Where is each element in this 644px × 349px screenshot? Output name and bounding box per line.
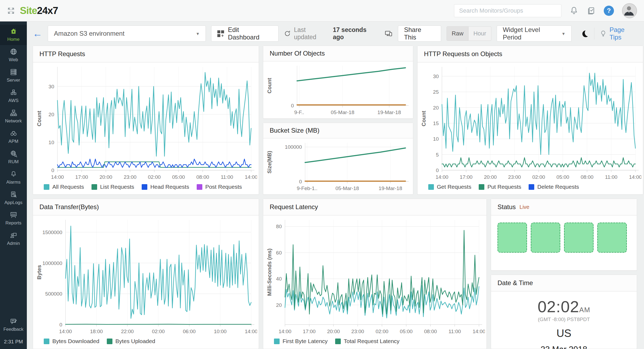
dashboard-toolbar: ← Amazon S3 environment ▼ + Edit Dashboa…: [27, 21, 644, 46]
legend-item[interactable]: Post Requests: [197, 184, 242, 190]
sidebar-label: Home: [7, 37, 19, 42]
header-actions: ?: [454, 3, 637, 18]
sidebar-label: APM: [9, 139, 19, 144]
search-input[interactable]: [454, 4, 561, 17]
sidebar-item-applogs[interactable]: AppLogs: [0, 188, 27, 208]
panel-title: HTTP Requests: [33, 46, 259, 63]
hour-toggle[interactable]: Hour: [469, 27, 491, 41]
svg-text:20:00: 20:00: [484, 174, 497, 180]
sidebar-item-web[interactable]: Web: [0, 45, 27, 66]
sidebar-item-network[interactable]: Network: [0, 106, 27, 127]
svg-text:23:00: 23:00: [351, 329, 364, 334]
legend-swatch-icon: [44, 339, 49, 344]
network-icon: [10, 109, 17, 117]
legend-swatch-icon: [44, 184, 49, 190]
svg-text:500000: 500000: [45, 291, 62, 297]
user-avatar[interactable]: [622, 3, 637, 18]
sidebar-item-rum[interactable]: RUM: [0, 147, 27, 168]
legend-item[interactable]: Bytes Downloaded: [44, 338, 99, 344]
edit-dashboard-button[interactable]: + Edit Dashboard: [211, 26, 278, 42]
clock-meridiem: AM: [579, 306, 590, 314]
panel-title: Status Live: [491, 199, 637, 216]
legend-item[interactable]: Bytes Uploaded: [107, 338, 155, 344]
legend-item[interactable]: Get Requests: [428, 184, 471, 190]
status-box[interactable]: [564, 223, 594, 253]
sidebar-item-aws[interactable]: AWS: [0, 86, 27, 106]
sidebar-item-server[interactable]: Server: [0, 66, 27, 86]
sidebar-item-apm[interactable]: APM: [0, 127, 27, 147]
alarms-icon: [10, 170, 17, 178]
refresh-icon[interactable]: [284, 30, 291, 37]
widget-level-period-dropdown[interactable]: Widget Level Period ▼: [497, 26, 572, 42]
devices-icon[interactable]: [385, 30, 393, 38]
sidebar-item-reports[interactable]: Reports: [0, 208, 27, 229]
legend-item[interactable]: All Requests: [44, 184, 84, 190]
date-time-widget: 02:02AM (GMT -8:00) PST8PDT US 23 Mar 20…: [491, 292, 637, 349]
svg-text:Milli-Seconds (ms): Milli-Seconds (ms): [266, 249, 272, 296]
sidebar-item-admin[interactable]: Admin: [0, 229, 27, 249]
sidebar-item-feedback[interactable]: Feedback: [0, 315, 27, 335]
legend-swatch-icon: [92, 184, 97, 190]
share-this-button[interactable]: Share This: [398, 26, 441, 42]
legend-item[interactable]: Total Request Latency: [335, 338, 400, 344]
panel-title: Date & Time: [491, 275, 637, 292]
status-box[interactable]: [597, 223, 627, 253]
svg-text:9-Feb-1..: 9-Feb-1..: [297, 186, 317, 191]
sidebar-label: Reports: [5, 220, 21, 226]
legend-swatch-icon: [335, 339, 341, 344]
dark-mode-moon-icon[interactable]: [581, 30, 589, 38]
sidebar-label: AppLogs: [4, 200, 22, 205]
edit-grid-icon: +: [217, 30, 224, 37]
avatar-silhouette-icon: [623, 4, 635, 17]
svg-text:11:00: 11:00: [449, 329, 461, 334]
legend-item[interactable]: List Requests: [92, 184, 134, 190]
bell-icon[interactable]: [569, 6, 579, 15]
svg-text:17:00: 17:00: [75, 174, 88, 180]
legend-swatch-icon: [529, 184, 534, 190]
panel-date-time: Date & Time 02:02AM (GMT -8:00) PST8PDT …: [491, 275, 637, 349]
svg-text:20:00: 20:00: [327, 329, 340, 334]
svg-text:60: 60: [276, 250, 282, 256]
sidebar-clock: 2:31 PM: [0, 339, 27, 345]
chevron-down-icon: ▼: [196, 31, 200, 36]
legend-label: Post Requests: [205, 184, 242, 190]
svg-text:0: 0: [436, 168, 439, 173]
sidebar-label: Network: [5, 118, 22, 124]
request-latency-legend: First Byte LatencyTotal Request Latency: [263, 336, 486, 344]
site24x7-dashboard: Site24x7 ?: [0, 0, 644, 349]
dashboard-selector[interactable]: Amazon S3 environment ▼: [48, 26, 206, 42]
svg-text:15: 15: [433, 121, 439, 126]
svg-text:17:00: 17:00: [303, 329, 316, 334]
legend-item[interactable]: Head Requests: [142, 184, 189, 190]
svg-text:02:00: 02:00: [152, 329, 165, 334]
back-arrow-icon[interactable]: ←: [33, 29, 42, 38]
dashboard-selector-value: Amazon S3 environment: [54, 30, 125, 37]
legend-label: Delete Requests: [537, 184, 579, 190]
svg-text:10:00: 10:00: [214, 329, 227, 334]
status-box[interactable]: [497, 223, 527, 253]
legend-swatch-icon: [479, 184, 484, 190]
svg-text:25: 25: [433, 89, 439, 95]
legend-label: Bytes Uploaded: [115, 338, 155, 344]
help-icon[interactable]: ?: [604, 6, 614, 16]
legend-item[interactable]: Put Requests: [479, 184, 521, 190]
svg-text:08:00: 08:00: [581, 174, 594, 180]
status-box[interactable]: [531, 223, 560, 253]
chart-svg: 05000001000000150000014:0018:0022:0002:0…: [35, 216, 257, 336]
tasks-icon[interactable]: [587, 6, 596, 15]
sidebar-item-alarms[interactable]: Alarms: [0, 168, 27, 188]
expand-icon[interactable]: [7, 7, 15, 15]
legend-label: All Requests: [52, 184, 84, 190]
page-tips[interactable]: Page Tips: [600, 26, 638, 41]
svg-text:05-Mar-18: 05-Mar-18: [335, 186, 359, 191]
http-requests-on-objects-legend: Get RequestsPut RequestsDelete Requests: [418, 182, 643, 190]
svg-text:10: 10: [433, 136, 439, 142]
svg-text:14:00: 14:00: [279, 329, 291, 334]
sidebar-label: Web: [9, 57, 18, 63]
raw-toggle[interactable]: Raw: [447, 27, 469, 41]
legend-item[interactable]: First Byte Latency: [274, 338, 328, 344]
legend-item[interactable]: Delete Requests: [529, 184, 579, 190]
sidebar-item-home[interactable]: Home: [0, 25, 27, 45]
svg-text:20: 20: [433, 105, 439, 111]
svg-text:22:00: 22:00: [121, 329, 134, 334]
